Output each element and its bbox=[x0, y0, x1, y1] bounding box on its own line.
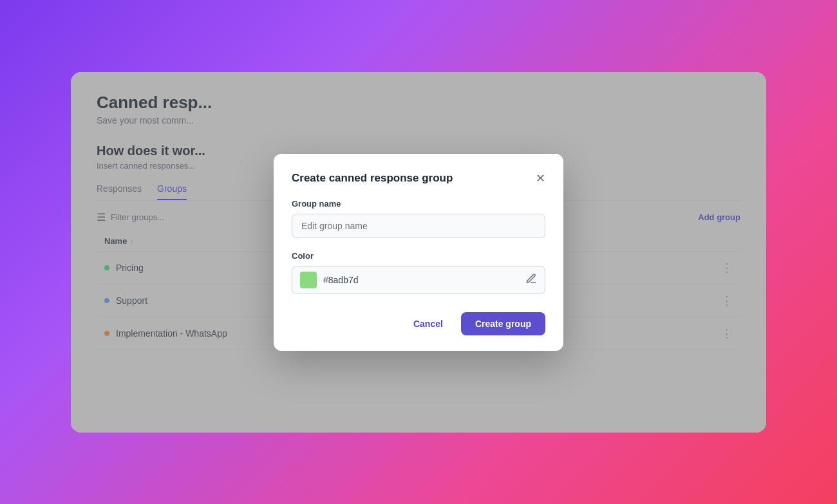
cancel-button[interactable]: Cancel bbox=[403, 312, 453, 335]
modal-close-button[interactable]: ✕ bbox=[536, 173, 545, 184]
modal-header: Create canned response group ✕ bbox=[292, 172, 545, 185]
color-swatch[interactable] bbox=[300, 272, 317, 288]
modal: Create canned response group ✕ Group nam… bbox=[274, 154, 563, 351]
color-label: Color bbox=[292, 251, 545, 261]
group-name-input[interactable] bbox=[292, 214, 545, 238]
color-picker-icon-button[interactable] bbox=[525, 273, 537, 287]
color-hex-value: #8adb7d bbox=[323, 275, 525, 285]
modal-actions: Cancel Create group bbox=[292, 312, 545, 335]
modal-overlay: Create canned response group ✕ Group nam… bbox=[71, 72, 766, 433]
modal-title: Create canned response group bbox=[292, 172, 453, 185]
create-group-button[interactable]: Create group bbox=[461, 312, 545, 335]
app-container: Canned resp... Save your most comm... Ho… bbox=[71, 72, 766, 433]
color-picker-row: #8adb7d bbox=[292, 266, 545, 294]
app-inner: Canned resp... Save your most comm... Ho… bbox=[71, 72, 766, 433]
group-name-label: Group name bbox=[292, 199, 545, 209]
